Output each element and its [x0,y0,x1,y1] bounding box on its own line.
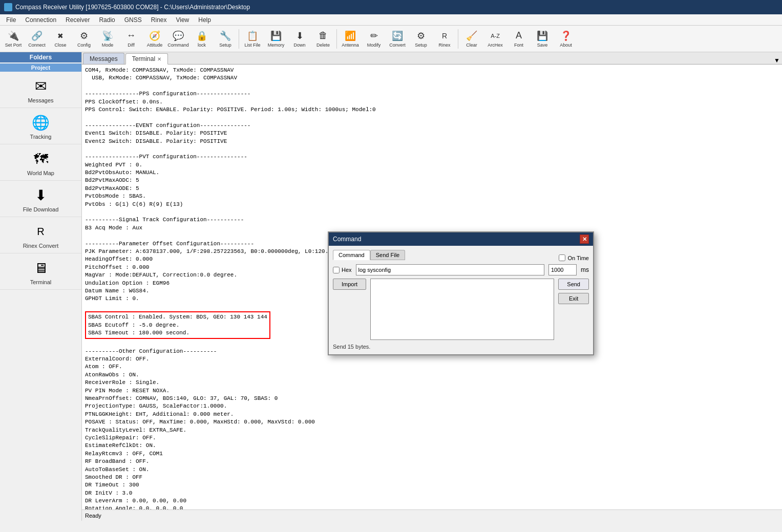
sidebar-messages-label: Messages [28,97,53,103]
sidebar-item-terminal[interactable]: 🖥 Terminal [0,253,81,290]
main-layout: Folders Project ✉ Messages 🌐 Tracking 🗺 … [0,52,782,521]
toolbar-save[interactable]: 💾 Save [531,27,554,51]
toolbar-setup[interactable]: 🔧 Setup [214,27,237,51]
mode-label: Mode [102,43,114,48]
tab-scroll-arrow[interactable]: ▼ [774,57,782,64]
toolbar-rinex[interactable]: R Rinex [433,27,456,51]
toolbar-config[interactable]: ⚙ Config [73,27,95,51]
sidebar-rinexconvert-label: Rinex Convert [23,243,59,249]
command-textarea[interactable] [370,279,554,340]
terminal-line: Event1 Switch: DISABLE. Polarity: POSITI… [85,130,779,137]
setup2-label: Setup [415,43,427,48]
terminal-line: DR InitV : 3.0 [85,490,779,497]
tab-messages[interactable]: Messages [83,53,124,64]
ontime-checkbox[interactable] [559,254,565,261]
toolbar-connect[interactable]: 🔗 Connect [26,27,48,51]
command-input[interactable] [356,264,544,275]
toolbar-listfile[interactable]: 📋 List File [241,27,264,51]
lock-icon: 🔒 [196,30,208,42]
menu-bar: File Connection Receiver Radio GNSS Rine… [0,14,782,26]
terminal-line [85,208,779,216]
terminal-line [85,82,779,90]
menu-help[interactable]: Help [194,15,215,25]
toolbar-memory[interactable]: 💾 Memory [265,27,287,51]
sidebar-tracking-label: Tracking [30,134,52,140]
window-title: Compass Receiver Utility [1907625-603800… [15,4,250,11]
memory-icon: 💾 [270,30,282,42]
toolbar-about[interactable]: ❓ About [555,27,577,51]
setport-label: Set Port [5,43,22,48]
terminal-line [85,145,779,153]
dialog-tabs: Command Send File [333,250,405,260]
terminal-line: TrackQualityLevel: EXTRA_SAFE. [85,427,779,434]
terminal-line: Bd2PvtMaxAODC: 5 [85,177,779,184]
sidebar-item-worldmap[interactable]: 🗺 World Map [0,144,81,181]
toolbar-close[interactable]: ✖ Close [49,27,72,51]
dialog-tab-command-label: Command [339,252,365,258]
terminal-line: PvtObsMode : SBAS. [85,193,779,200]
font-icon: A [513,30,525,42]
clear-icon: 🧹 [466,30,478,42]
sidebar-item-filedownload[interactable]: ⬇ File Download [0,181,81,217]
terminal-line: AtonRawObs : ON. [85,371,779,379]
menu-connection[interactable]: Connection [21,15,60,25]
toolbar-antenna[interactable]: 📶 Antenna [339,27,362,51]
toolbar-mode[interactable]: 📡 Mode [96,27,119,51]
menu-rinex[interactable]: Rinex [147,15,171,25]
clear-label: Clear [466,43,477,48]
sidebar-item-messages[interactable]: ✉ Messages [0,72,81,108]
dialog-tab-command[interactable]: Command [333,250,370,260]
dialog-close-button[interactable]: ✕ [580,235,589,244]
dialog-tab-sendfile[interactable]: Send File [370,250,405,260]
tab-close-icon[interactable]: ✕ [157,56,161,62]
toolbar-archex[interactable]: A-Z ArcHex [484,27,506,51]
sidebar-item-tracking[interactable]: 🌐 Tracking [0,108,81,144]
memory-label: Memory [268,43,285,48]
diff-label: Diff [128,43,134,48]
lock-label: lock [198,43,206,48]
toolbar-attitude[interactable]: 🧭 Attitude [143,27,166,51]
mode-icon: 📡 [101,30,114,42]
menu-receiver[interactable]: Receiver [61,15,94,25]
toolbar-delete[interactable]: 🗑 Delete [312,27,334,51]
menu-gnss[interactable]: GNSS [120,15,146,25]
toolbar-font[interactable]: A Font [508,27,530,51]
tracking-icon: 🌐 [31,112,51,133]
convert-icon: 🔄 [391,30,404,42]
toolbar-clear[interactable]: 🧹 Clear [460,27,483,51]
hex-checkbox[interactable] [333,267,340,273]
exit-button[interactable]: Exit [558,293,589,304]
terminal-line: NmeaPrnOffset: COMNAV, BDS:140, GLO: 37,… [85,395,779,402]
import-area: Import [333,279,366,340]
connect-label: Connect [28,43,46,48]
toolbar-command[interactable]: 💬 Command [167,27,189,51]
terminal-line: ExternalCoord: OFF. [85,355,779,363]
send-button[interactable]: Send [558,279,589,290]
ms-label: ms [581,266,589,273]
toolbar-setport[interactable]: 🔌 Set Port [2,27,25,51]
toolbar-lock[interactable]: 🔒 lock [191,27,213,51]
ontime-checkbox-row: On Time [559,254,589,264]
terminal-line: Rotation Angle: 0.0, 0.0, 0.0 [85,505,779,509]
tab-terminal[interactable]: Terminal ✕ [125,53,168,65]
toolbar-down[interactable]: ⬇ Down [288,27,311,51]
antenna-icon: 📶 [344,30,356,42]
archex-icon: A-Z [489,30,501,42]
toolbar-modify[interactable]: ✏ Modify [363,27,385,51]
toolbar-convert[interactable]: 🔄 Convert [386,27,409,51]
terminal-line: Atom : OFF. [85,363,779,371]
hex-checkbox-row: Hex [333,267,352,273]
terminal-line: ----------------PPS configuration-------… [85,90,779,98]
terminal-line: Bd2PvtObsAuto: MANUAL. [85,169,779,177]
import-button[interactable]: Import [333,279,366,290]
menu-view[interactable]: View [172,15,193,25]
menu-file[interactable]: File [2,15,20,25]
about-icon: ❓ [560,30,572,42]
down-label: Down [293,43,305,48]
ms-input[interactable] [548,264,577,275]
menu-radio[interactable]: Radio [95,15,119,25]
sidebar-item-rinexconvert[interactable]: R Rinex Convert [0,217,81,253]
archex-label: ArcHex [488,43,503,48]
toolbar-setup2[interactable]: ⚙ Setup [410,27,432,51]
toolbar-diff[interactable]: ↔ Diff [120,27,142,51]
